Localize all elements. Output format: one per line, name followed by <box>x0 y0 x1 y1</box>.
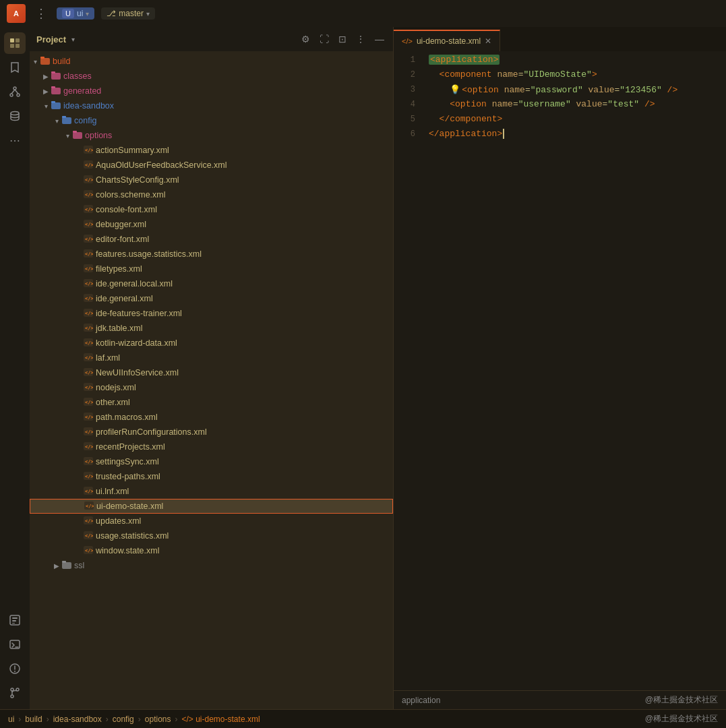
breadcrumb-sep-0: › <box>18 715 21 724</box>
icon-sidebar: ⋯ <box>0 27 30 709</box>
panel-header: Project ▾ ⚙ ⛶ ⊡ ⋮ — <box>30 27 393 51</box>
editor-tabs: </> ui-demo-state.xml ✕ <box>394 27 726 51</box>
svg-text:</>: </> <box>85 311 93 316</box>
tree-item-updates.xml[interactable]: </>updates.xml <box>30 514 393 528</box>
tree-item-generated[interactable]: ▶generated <box>30 84 393 98</box>
svg-text:</>: </> <box>85 237 93 242</box>
svg-point-9 <box>11 112 19 115</box>
svg-rect-92 <box>62 561 66 563</box>
breadcrumb-item-0[interactable]: ui <box>8 715 14 724</box>
tree-item-console-font.xml[interactable]: </>console-font.xml <box>30 202 393 217</box>
tree-item-recentProjects.xml[interactable]: </>recentProjects.xml <box>30 439 393 454</box>
tree-item-ui.lnf.xml[interactable]: </>ui.lnf.xml <box>30 484 393 499</box>
tree-item-laf.xml[interactable]: </>laf.xml <box>30 351 393 365</box>
editor-tab-active[interactable]: </> ui-demo-state.xml ✕ <box>394 30 500 51</box>
tree-item-AquaOldUserFeedbackService.xml[interactable]: </>AquaOldUserFeedbackService.xml <box>30 158 393 173</box>
sidebar-icon-problems[interactable] <box>4 658 26 679</box>
tree-item-trusted-paths.xml[interactable]: </>trusted-paths.xml <box>30 469 393 484</box>
tree-item-ssl[interactable]: ▶ssl <box>30 558 393 573</box>
tree-item-actionSummary.xml[interactable]: </>actionSummary.xml <box>30 143 393 158</box>
tree-item-idea-sandbox[interactable]: ▾idea-sandbox <box>30 98 393 113</box>
sidebar-icon-vcs[interactable] <box>4 81 26 102</box>
tree-item-kotlin-wizard-data.xml[interactable]: </>kotlin-wizard-data.xml <box>30 336 393 351</box>
svg-point-5 <box>10 94 13 96</box>
tree-item-ide-features-trainer.xml[interactable]: </>ide-features-trainer.xml <box>30 306 393 321</box>
svg-point-4 <box>13 87 16 90</box>
more-button[interactable]: ⋮ <box>32 6 50 21</box>
tree-item-usage.statistics.xml[interactable]: </>usage.statistics.xml <box>30 528 393 543</box>
tree-item-colors.scheme.xml[interactable]: </>colors.scheme.xml <box>30 187 393 202</box>
expand-icon[interactable]: ⛶ <box>317 32 331 46</box>
file-tree: ▾build▶classes▶generated▾idea-sandbox▾co… <box>30 51 393 709</box>
svg-text:</>: </> <box>85 518 93 524</box>
line-content-4: <option name="username" value="test" /> <box>426 99 726 109</box>
sidebar-icon-bookmarks[interactable] <box>4 57 26 78</box>
sidebar-icon-git[interactable] <box>4 682 26 704</box>
tree-item-jdk.table.xml[interactable]: </>jdk.table.xml <box>30 321 393 336</box>
svg-rect-24 <box>40 57 44 59</box>
code-line-5: 5 </component> <box>394 113 726 128</box>
settings-icon[interactable]: ⚙ <box>299 32 312 46</box>
tree-item-settingsSync.xml[interactable]: </>settingsSync.xml <box>30 454 393 469</box>
minus-icon[interactable]: — <box>373 32 386 46</box>
breadcrumb-item-3[interactable]: config <box>113 715 134 724</box>
svg-text:</>: </> <box>85 281 93 286</box>
sidebar-icon-database[interactable] <box>4 105 26 127</box>
breadcrumb-item-5[interactable]: </> ui-demo-state.xml <box>182 715 260 724</box>
main-layout: ⋯ Project ▾ ⚙ ⛶ ⊡ ⋮ — ▾build▶classes▶g <box>0 27 726 709</box>
collapse-icon[interactable]: ⊡ <box>336 32 349 46</box>
svg-text:</>: </> <box>85 340 93 346</box>
logo-text: A <box>13 9 19 18</box>
tree-item-features.usage.statistics.xml[interactable]: </>features.usage.statistics.xml <box>30 247 393 262</box>
tree-item-config[interactable]: ▾config <box>30 113 393 128</box>
breadcrumb-item-1[interactable]: build <box>25 715 42 724</box>
code-line-4: 4 <option name="username" value="test" /… <box>394 98 726 113</box>
tree-item-ide.general.local.xml[interactable]: </>ide.general.local.xml <box>30 276 393 291</box>
tree-item-ide.general.xml[interactable]: </>ide.general.xml <box>30 291 393 306</box>
code-line-1: 1<application> <box>394 54 726 69</box>
tree-item-nodejs.xml[interactable]: </>nodejs.xml <box>30 380 393 395</box>
tree-item-other.xml[interactable]: </>other.xml <box>30 395 393 410</box>
breadcrumb-item-4[interactable]: options <box>145 715 171 724</box>
sidebar-icon-terminal[interactable] <box>4 634 26 655</box>
sidebar-icon-more[interactable]: ⋯ <box>4 129 26 151</box>
svg-text:</>: </> <box>85 266 93 272</box>
svg-point-18 <box>14 671 16 672</box>
line-number-6: 6 <box>394 129 426 139</box>
tree-item-ui-demo-state.xml[interactable]: </>ui-demo-state.xml <box>30 499 393 514</box>
more-panel-icon[interactable]: ⋮ <box>354 32 367 46</box>
svg-rect-91 <box>62 562 71 569</box>
svg-rect-3 <box>16 44 20 48</box>
svg-rect-11 <box>12 617 18 619</box>
line-content-6: </application> <box>426 129 726 139</box>
tree-item-build[interactable]: ▾build <box>30 54 393 69</box>
line-number-5: 5 <box>394 114 426 124</box>
tree-item-editor-font.xml[interactable]: </>editor-font.xml <box>30 232 393 247</box>
sidebar-icon-project[interactable] <box>4 32 26 54</box>
tree-item-ChartsStyleConfig.xml[interactable]: </>ChartsStyleConfig.xml <box>30 173 393 187</box>
breadcrumb-sep-4: › <box>175 715 178 724</box>
tree-item-classes[interactable]: ▶classes <box>30 69 393 84</box>
line-content-1: <application> <box>426 55 726 65</box>
svg-text:</>: </> <box>85 326 93 331</box>
editor-bottom-bar: application @稀土掘金技术社区 <box>394 690 726 709</box>
tree-item-profilerRunConfigurations.xml[interactable]: </>profilerRunConfigurations.xml <box>30 425 393 439</box>
tree-item-debugger.xml[interactable]: </>debugger.xml <box>30 217 393 232</box>
tree-item-window.state.xml[interactable]: </>window.state.xml <box>30 543 393 558</box>
svg-text:</>: </> <box>85 207 93 212</box>
panel-chevron[interactable]: ▾ <box>71 36 75 43</box>
tree-item-NewUIInfoService.xml[interactable]: </>NewUIInfoService.xml <box>30 365 393 380</box>
tree-item-path.macros.xml[interactable]: </>path.macros.xml <box>30 410 393 425</box>
tree-item-filetypes.xml[interactable]: </>filetypes.xml <box>30 262 393 276</box>
sidebar-icon-run[interactable] <box>4 609 26 631</box>
tab-close-button[interactable]: ✕ <box>485 36 491 46</box>
breadcrumb-item-2[interactable]: idea-sandbox <box>53 715 102 724</box>
svg-text:</>: </> <box>85 444 93 450</box>
editor-content: 1<application>2 <component name="UIDemoS… <box>394 51 726 690</box>
svg-text:</>: </> <box>85 251 93 257</box>
user-badge[interactable]: U ui ▾ <box>57 7 94 20</box>
user-chevron: ▾ <box>86 10 89 18</box>
svg-rect-31 <box>62 117 71 124</box>
tree-item-options[interactable]: ▾options <box>30 128 393 143</box>
branch-badge[interactable]: ⎇ master ▾ <box>101 7 155 20</box>
